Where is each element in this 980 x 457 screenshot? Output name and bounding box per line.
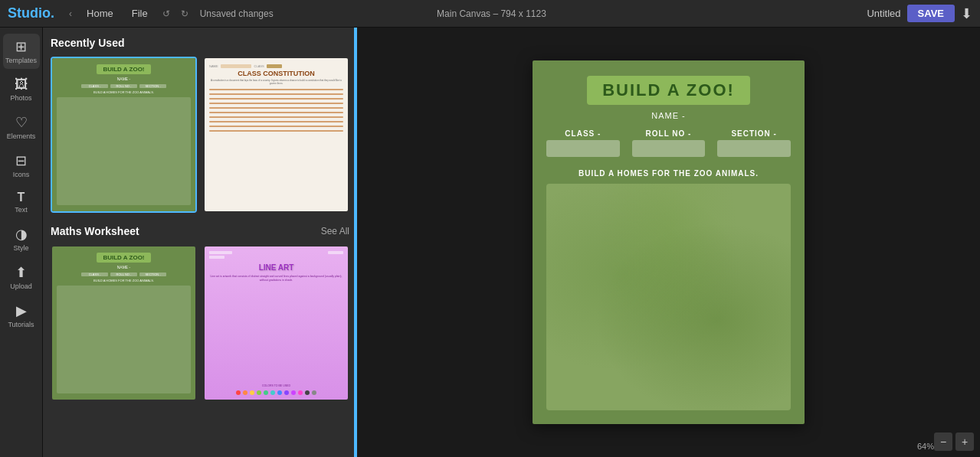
canvas-info: Main Canvas – 794 x 1123 [437,8,546,19]
sidebar-item-text[interactable]: T Text [3,186,40,218]
maths-worksheet-grid: BUILD A ZOO! NAME - CLASS - ROLL NO - SE… [51,245,349,401]
const-class-bar [267,64,282,68]
color-dot-1 [236,390,241,395]
file-button[interactable]: File [126,6,154,21]
color-dot-12 [312,390,316,395]
zoom-in-button[interactable]: + [955,433,974,451]
elements-label: Elements [7,132,36,140]
zoo-thumb2-class: CLASS - [81,273,108,276]
const-line-1 [209,89,343,90]
topbar: Studio. ‹ Home File ↺ ↻ Unsaved changes … [0,0,980,28]
undo-button[interactable]: ↺ [160,8,172,19]
sidebar-item-style[interactable]: ◑ Style [3,221,40,256]
color-dot-11 [305,390,310,395]
text-label: Text [15,206,28,214]
sidebar-item-icons[interactable]: ⊟ Icons [3,148,40,183]
color-dot-3 [250,390,254,395]
const-line-8 [209,121,343,122]
zoo-thumb-name: NAME - [117,77,131,81]
lineart-colors-label: COLORS TO BE USED [209,384,343,387]
zoo-thumb-fields: CLASS - ROLL NO - SECTION - [81,84,166,88]
download-button[interactable]: ⬇ [961,5,972,22]
canvas-name-label: NAME - [651,111,686,120]
template-card-constitution[interactable]: NAME CLASS CLASS CONSTITUTION A constitu… [203,57,349,213]
icons-label: Icons [13,171,30,178]
color-dot-9 [291,390,296,395]
back-button[interactable]: ‹ [67,8,74,19]
color-dot-6 [270,390,275,395]
zoo-thumb2-section: SECTION - [139,273,166,276]
const-line-3 [209,98,343,100]
const-line-7 [209,116,343,118]
const-header-row: NAME CLASS [209,64,343,68]
photos-icon: 🖼 [15,77,28,93]
canvas-class-label: CLASS - [565,129,601,138]
canvas-title: BUILD A ZOO! [587,76,750,105]
la-top-right-labels [328,251,343,259]
la-top-row [209,251,343,259]
color-dot-8 [284,390,289,395]
recently-used-grid: BUILD A ZOO! NAME - CLASS - ROLL NO - SE… [51,57,349,213]
canvas-fields-row: CLASS - ROLL NO - SECTION - [546,129,791,157]
const-line-9 [209,126,343,127]
templates-label: Templates [5,57,37,64]
icon-nav: ⊞ Templates 🖼 Photos ♡ Elements ⊟ Icons … [0,28,43,457]
canvas-image-area [546,184,791,410]
template-card-zoo1[interactable]: BUILD A ZOO! NAME - CLASS - ROLL NO - SE… [51,57,197,213]
tutorials-label: Tutorials [8,321,34,328]
redo-button[interactable]: ↻ [179,8,191,19]
style-label: Style [13,244,28,252]
canvas-document[interactable]: BUILD A ZOO! NAME - CLASS - ROLL NO - SE… [533,60,805,424]
zoo-thumb-subtitle: BUILD A HOMES FOR THE ZOO ANIMALS. [93,90,154,94]
document-title[interactable]: Untitled [867,8,900,19]
recently-used-header: Recently Used [51,37,349,49]
color-dot-5 [264,390,268,395]
zoom-out-button[interactable]: − [934,433,952,451]
text-icon: T [18,191,25,204]
template-card-lineart[interactable]: LINE ART Line art is artwork that consis… [203,245,349,401]
color-dot-7 [277,390,282,395]
const-name-bar [221,64,251,68]
sidebar-item-photos[interactable]: 🖼 Photos [3,72,40,106]
app-logo: Studio. [8,5,54,21]
lineart-thumbnail: LINE ART Line art is artwork that consis… [205,246,348,400]
sidebar-item-templates[interactable]: ⊞ Templates [3,34,40,69]
sidebar-panel: Recently Used BUILD A ZOO! NAME - CLASS … [43,28,357,457]
upload-label: Upload [10,282,32,290]
main-layout: ⊞ Templates 🖼 Photos ♡ Elements ⊟ Icons … [0,28,980,457]
const-line-4 [209,103,343,104]
zoo-thumb2-rollno: ROLL NO - [110,273,137,276]
canvas-class-field: CLASS - [546,129,620,157]
unsaved-indicator: Unsaved changes [200,8,274,19]
home-button[interactable]: Home [80,6,120,21]
const-line-5 [209,107,343,109]
zoo-thumbnail-2: BUILD A ZOO! NAME - CLASS - ROLL NO - SE… [52,246,195,400]
constitution-thumb-body: A constitution is a document that lays t… [209,80,343,86]
canvas-subtitle: BUILD A HOMES FOR THE ZOO ANIMALS. [578,169,759,178]
template-card-zoo2[interactable]: BUILD A ZOO! NAME - CLASS - ROLL NO - SE… [51,245,197,401]
lineart-thumb-title: LINE ART [209,263,343,272]
const-line-2 [209,93,343,95]
sidebar-item-tutorials[interactable]: ▶ Tutorials [3,298,40,333]
color-dot-2 [243,390,247,395]
sidebar-item-upload[interactable]: ⬆ Upload [3,260,40,295]
zoo-thumb-class: CLASS - [81,84,108,88]
maths-worksheet-title: Maths Worksheet [51,225,139,237]
zoo-thumb-rollno: ROLL NO - [110,84,137,88]
icons-icon: ⊟ [15,152,27,169]
zoo-thumb-section: SECTION - [139,84,166,88]
canvas-rollno-box [632,140,706,157]
color-dot-4 [257,390,261,395]
zoo-thumb2-subtitle: BUILD A HOMES FOR THE ZOO ANIMALS. [93,279,154,282]
tutorials-icon: ▶ [16,302,27,319]
const-line-6 [209,112,343,113]
sidebar-item-elements[interactable]: ♡ Elements [3,109,40,145]
main-canvas[interactable]: BUILD A ZOO! NAME - CLASS - ROLL NO - SE… [357,28,980,457]
la-bar-class [209,256,225,259]
maths-worksheet-header: Maths Worksheet See All [51,225,349,237]
recently-used-title: Recently Used [51,37,124,49]
see-all-button[interactable]: See All [321,226,349,237]
save-button[interactable]: SAVE [907,5,955,22]
templates-icon: ⊞ [15,38,27,55]
la-bar-wall [328,251,343,254]
